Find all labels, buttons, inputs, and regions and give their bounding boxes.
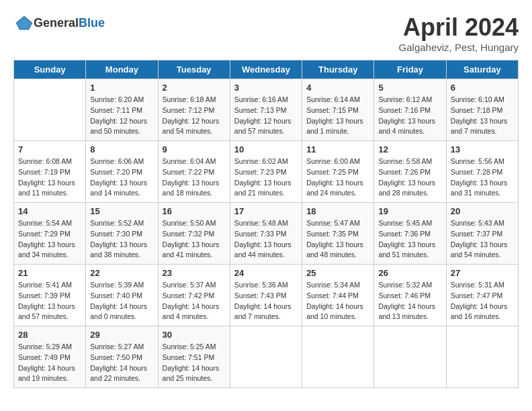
logo-text: GeneralBlue [34,16,105,30]
day-info: Sunrise: 5:31 AMSunset: 7:47 PMDaylight:… [451,280,514,322]
day-info: Sunrise: 5:29 AMSunset: 7:49 PMDaylight:… [18,342,81,384]
day-number: 27 [451,268,514,278]
day-number: 11 [306,144,369,154]
day-number: 28 [18,330,81,340]
weekday-header: Monday [86,60,158,79]
calendar-cell: 16Sunrise: 5:50 AMSunset: 7:32 PMDayligh… [158,203,230,265]
day-info: Sunrise: 6:16 AMSunset: 7:13 PMDaylight:… [234,95,298,137]
calendar-cell: 3Sunrise: 6:16 AMSunset: 7:13 PMDaylight… [230,79,302,141]
day-number: 30 [163,330,226,340]
day-number: 18 [306,206,369,216]
logo-icon [15,13,34,32]
day-number: 17 [234,206,298,216]
calendar-cell: 23Sunrise: 5:37 AMSunset: 7:42 PMDayligh… [158,265,230,326]
title-area: April 2024 Galgaheviz, Pest, Hungary [399,13,519,53]
day-info: Sunrise: 6:06 AMSunset: 7:20 PMDaylight:… [90,156,153,199]
day-number: 19 [378,206,441,216]
weekday-header: Tuesday [158,60,230,79]
calendar-week-row: 7Sunrise: 6:08 AMSunset: 7:19 PMDaylight… [14,141,519,203]
day-info: Sunrise: 5:50 AMSunset: 7:32 PMDaylight:… [163,218,226,261]
logo: GeneralBlue [13,13,105,32]
calendar-cell: 26Sunrise: 5:32 AMSunset: 7:46 PMDayligh… [374,265,446,326]
calendar-week-row: 14Sunrise: 5:54 AMSunset: 7:29 PMDayligh… [14,203,519,265]
day-number: 16 [163,206,226,216]
day-info: Sunrise: 5:43 AMSunset: 7:37 PMDaylight:… [451,218,514,261]
weekday-header: Wednesday [230,60,302,79]
day-info: Sunrise: 5:41 AMSunset: 7:39 PMDaylight:… [18,280,81,322]
day-info: Sunrise: 5:37 AMSunset: 7:42 PMDaylight:… [163,280,226,322]
logo-general: General [34,16,79,30]
day-number: 14 [18,206,81,216]
calendar-cell: 8Sunrise: 6:06 AMSunset: 7:20 PMDaylight… [86,141,158,203]
calendar-table: SundayMondayTuesdayWednesdayThursdayFrid… [13,60,519,388]
calendar-cell: 21Sunrise: 5:41 AMSunset: 7:39 PMDayligh… [14,265,86,326]
location: Galgaheviz, Pest, Hungary [399,42,519,53]
day-number: 9 [163,144,226,154]
day-info: Sunrise: 5:48 AMSunset: 7:33 PMDaylight:… [234,218,298,261]
day-info: Sunrise: 5:36 AMSunset: 7:43 PMDaylight:… [234,280,298,322]
calendar-week-row: 21Sunrise: 5:41 AMSunset: 7:39 PMDayligh… [14,265,519,326]
calendar-cell: 30Sunrise: 5:25 AMSunset: 7:51 PMDayligh… [158,326,230,388]
day-number: 5 [378,83,441,93]
calendar-cell: 14Sunrise: 5:54 AMSunset: 7:29 PMDayligh… [14,203,86,265]
day-info: Sunrise: 5:39 AMSunset: 7:40 PMDaylight:… [90,280,153,322]
day-info: Sunrise: 5:34 AMSunset: 7:44 PMDaylight:… [306,280,369,322]
weekday-header: Friday [374,60,446,79]
calendar-week-row: 28Sunrise: 5:29 AMSunset: 7:49 PMDayligh… [14,326,519,388]
day-info: Sunrise: 5:27 AMSunset: 7:50 PMDaylight:… [90,342,153,384]
calendar-cell: 18Sunrise: 5:47 AMSunset: 7:35 PMDayligh… [302,203,374,265]
calendar-cell: 22Sunrise: 5:39 AMSunset: 7:40 PMDayligh… [86,265,158,326]
calendar-cell: 5Sunrise: 6:12 AMSunset: 7:16 PMDaylight… [374,79,446,141]
day-number: 1 [90,83,153,93]
day-number: 7 [18,144,81,154]
day-number: 20 [451,206,514,216]
calendar-cell [446,326,518,388]
calendar-cell: 24Sunrise: 5:36 AMSunset: 7:43 PMDayligh… [230,265,302,326]
calendar-cell: 9Sunrise: 6:04 AMSunset: 7:22 PMDaylight… [158,141,230,203]
calendar-week-row: 1Sunrise: 6:20 AMSunset: 7:11 PMDaylight… [14,79,519,141]
day-number: 26 [378,268,441,278]
calendar-cell: 4Sunrise: 6:14 AMSunset: 7:15 PMDaylight… [302,79,374,141]
calendar-cell: 19Sunrise: 5:45 AMSunset: 7:36 PMDayligh… [374,203,446,265]
day-number: 2 [163,83,226,93]
day-number: 29 [90,330,153,340]
day-info: Sunrise: 6:10 AMSunset: 7:18 PMDaylight:… [451,95,514,137]
calendar-cell: 2Sunrise: 6:18 AMSunset: 7:12 PMDaylight… [158,79,230,141]
day-number: 22 [90,268,153,278]
day-number: 13 [451,144,514,154]
calendar-cell [230,326,302,388]
day-info: Sunrise: 5:45 AMSunset: 7:36 PMDaylight:… [378,218,441,261]
weekday-header-row: SundayMondayTuesdayWednesdayThursdayFrid… [14,60,519,79]
day-number: 25 [306,268,369,278]
calendar-cell [14,79,86,141]
day-info: Sunrise: 6:02 AMSunset: 7:23 PMDaylight:… [234,156,298,199]
day-info: Sunrise: 6:04 AMSunset: 7:22 PMDaylight:… [163,156,226,199]
logo-blue: Blue [79,16,105,30]
calendar-cell: 11Sunrise: 6:00 AMSunset: 7:25 PMDayligh… [302,141,374,203]
weekday-header: Saturday [446,60,518,79]
day-number: 8 [90,144,153,154]
day-number: 12 [378,144,441,154]
calendar-cell: 28Sunrise: 5:29 AMSunset: 7:49 PMDayligh… [14,326,86,388]
day-info: Sunrise: 5:54 AMSunset: 7:29 PMDaylight:… [18,218,81,261]
month-title: April 2024 [399,13,519,42]
day-info: Sunrise: 6:12 AMSunset: 7:16 PMDaylight:… [378,95,441,137]
calendar-cell: 1Sunrise: 6:20 AMSunset: 7:11 PMDaylight… [86,79,158,141]
day-info: Sunrise: 6:08 AMSunset: 7:19 PMDaylight:… [18,156,81,199]
day-number: 23 [163,268,226,278]
day-number: 24 [234,268,298,278]
calendar-cell: 15Sunrise: 5:52 AMSunset: 7:30 PMDayligh… [86,203,158,265]
calendar-cell: 12Sunrise: 5:58 AMSunset: 7:26 PMDayligh… [374,141,446,203]
day-number: 21 [18,268,81,278]
day-info: Sunrise: 5:52 AMSunset: 7:30 PMDaylight:… [90,218,153,261]
day-number: 6 [451,83,514,93]
calendar-cell [374,326,446,388]
day-info: Sunrise: 5:47 AMSunset: 7:35 PMDaylight:… [306,218,369,261]
calendar-cell: 7Sunrise: 6:08 AMSunset: 7:19 PMDaylight… [14,141,86,203]
weekday-header: Sunday [14,60,86,79]
day-info: Sunrise: 6:00 AMSunset: 7:25 PMDaylight:… [306,156,369,199]
page-header: GeneralBlue April 2024 Galgaheviz, Pest,… [13,13,519,53]
day-number: 4 [306,83,369,93]
day-info: Sunrise: 6:20 AMSunset: 7:11 PMDaylight:… [90,95,153,137]
weekday-header: Thursday [302,60,374,79]
